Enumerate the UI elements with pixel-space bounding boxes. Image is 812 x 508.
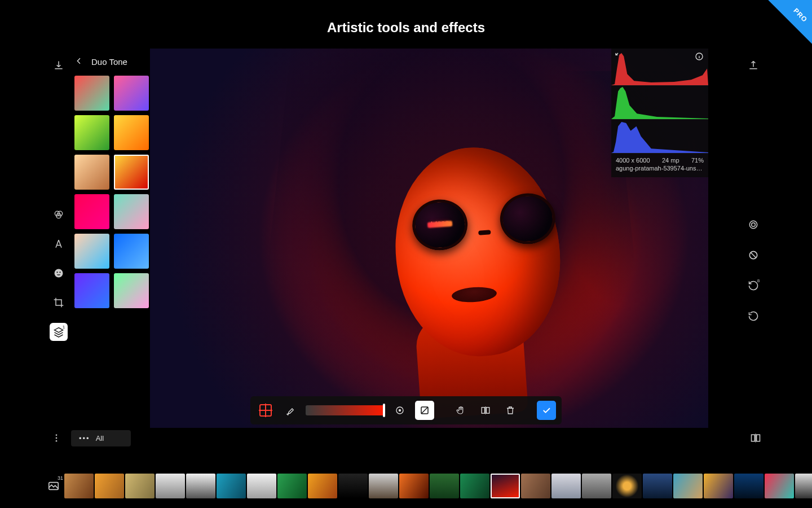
mirror-compare-button[interactable]	[476, 401, 495, 420]
crop-tool-icon[interactable]	[50, 294, 68, 312]
history-icon[interactable]: 8	[744, 277, 762, 295]
duotone-swatch[interactable]	[114, 155, 149, 190]
lens-right	[498, 191, 557, 246]
svg-rect-18	[752, 435, 755, 441]
editor-frame: 1 Duo Tone	[47, 49, 765, 452]
lens-reflection-text: past t	[430, 218, 449, 226]
svg-point-3	[55, 269, 63, 278]
duotone-swatch[interactable]	[74, 234, 109, 269]
image-megapixels: 24 mp	[662, 157, 679, 164]
svg-point-15	[56, 434, 58, 436]
gallery-icon[interactable]: 31	[47, 478, 60, 494]
filmstrip: 31	[47, 471, 812, 501]
download-icon[interactable]	[50, 56, 68, 75]
svg-point-11	[399, 410, 401, 411]
histogram-panel: 4000 x 6000 24 mp 71% agung-pratamah-539…	[611, 49, 708, 177]
filmstrip-thumb[interactable]	[430, 474, 459, 498]
duotone-swatch[interactable]	[114, 273, 149, 308]
filmstrip-thumb[interactable]	[338, 474, 368, 498]
filmstrip-thumb[interactable]	[369, 474, 398, 498]
svg-point-4	[56, 271, 58, 273]
color-tool-icon[interactable]	[50, 205, 68, 224]
filter-all-pill[interactable]: ••• All	[71, 430, 131, 446]
brush-button[interactable]	[281, 401, 300, 420]
image-dimensions: 4000 x 6000	[616, 157, 650, 164]
target-icon[interactable]	[744, 216, 762, 234]
svg-point-17	[56, 440, 58, 442]
share-icon[interactable]	[744, 56, 762, 75]
duotone-swatch[interactable]	[74, 194, 109, 229]
filmstrip-thumb[interactable]	[156, 474, 185, 498]
filmstrip-thumb[interactable]	[582, 474, 611, 498]
invert-button[interactable]	[415, 401, 434, 420]
filmstrip-thumb[interactable]	[704, 474, 733, 498]
duotone-swatch[interactable]	[114, 115, 149, 150]
duotone-swatch[interactable]	[114, 234, 149, 269]
compare-icon[interactable]	[744, 246, 762, 264]
duotone-swatch[interactable]	[74, 273, 109, 308]
filmstrip-thumb[interactable]	[277, 474, 307, 498]
filmstrip-thumb[interactable]	[612, 474, 642, 498]
right-tool-rail: 8	[742, 49, 765, 325]
duotone-swatch[interactable]	[74, 76, 109, 111]
glasses-bridge	[478, 230, 491, 235]
lens-left: past t	[411, 198, 469, 252]
svg-point-7	[749, 221, 757, 228]
text-tool-icon[interactable]	[50, 235, 68, 253]
filmstrip-thumb[interactable]	[521, 474, 550, 498]
panel-title: Duo Tone	[91, 57, 127, 67]
filmstrip-thumb[interactable]	[217, 474, 246, 498]
sunglasses: past t	[411, 191, 557, 252]
radial-button[interactable]	[390, 401, 409, 420]
pan-hand-button[interactable]	[451, 401, 470, 420]
focus-frame-button[interactable]	[256, 401, 275, 420]
duotone-swatch[interactable]	[74, 115, 109, 150]
filmstrip-thumb[interactable]	[399, 474, 429, 498]
filmstrip-thumb[interactable]	[186, 474, 215, 498]
apply-button[interactable]	[537, 401, 556, 420]
filmstrip-thumb[interactable]	[308, 474, 337, 498]
filmstrip-thumb[interactable]	[643, 474, 672, 498]
filmstrip-thumb[interactable]	[765, 474, 794, 498]
filmstrip-thumb[interactable]	[64, 474, 94, 498]
filmstrip-thumb[interactable]	[491, 474, 520, 498]
history-count-badge: 8	[757, 278, 760, 283]
histogram-blue	[611, 120, 708, 154]
back-chevron-icon[interactable]	[74, 56, 85, 67]
gallery-count-badge: 31	[58, 475, 63, 481]
svg-point-16	[56, 437, 58, 439]
face-tool-icon[interactable]	[50, 264, 68, 282]
canvas-toolbar	[47, 396, 765, 424]
filmstrip-thumb[interactable]	[247, 474, 276, 498]
duotone-swatch[interactable]	[74, 155, 109, 190]
split-view-icon[interactable]	[747, 429, 765, 447]
filmstrip-thumb[interactable]	[551, 474, 581, 498]
filmstrip-thumb[interactable]	[95, 474, 124, 498]
duotone-swatch[interactable]	[114, 76, 149, 111]
intensity-slider[interactable]	[306, 405, 385, 415]
svg-point-5	[59, 271, 60, 273]
svg-rect-19	[757, 435, 760, 441]
layers-tool-icon[interactable]: 1	[50, 323, 68, 341]
image-zoom: 71%	[691, 157, 704, 164]
svg-rect-13	[482, 408, 484, 414]
layers-count-badge: 1	[63, 325, 65, 330]
ellipsis-icon: •••	[79, 434, 90, 443]
svg-rect-14	[487, 408, 489, 414]
filmstrip-thumb[interactable]	[734, 474, 764, 498]
more-menu-icon[interactable]	[47, 429, 65, 447]
filmstrip-thumb[interactable]	[795, 474, 812, 498]
filmstrip-thumb[interactable]	[673, 474, 703, 498]
svg-point-8	[752, 223, 756, 227]
image-filename: agung-pratamah-539574-unspla...	[611, 165, 708, 174]
filmstrip-thumb[interactable]	[460, 474, 489, 498]
banner-title: Artistic tools and effects	[0, 20, 812, 36]
delete-button[interactable]	[501, 401, 520, 420]
filter-all-label: All	[96, 434, 104, 443]
undo-icon[interactable]	[744, 307, 762, 325]
histogram-red	[611, 52, 708, 86]
left-tool-rail: 1	[47, 49, 70, 341]
duotone-swatch[interactable]	[114, 194, 149, 229]
histogram-green	[611, 86, 708, 120]
filmstrip-thumb[interactable]	[125, 474, 155, 498]
